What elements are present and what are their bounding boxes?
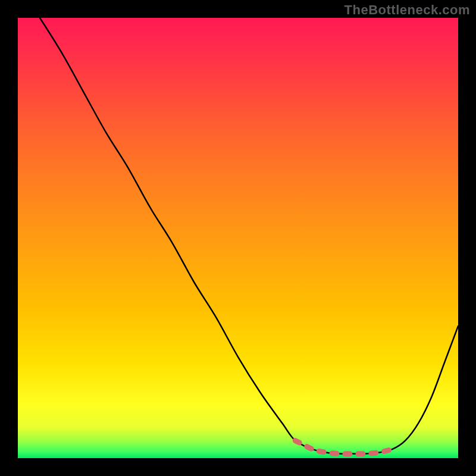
optimal-region-path (295, 440, 392, 453)
bottleneck-curve-path (40, 18, 458, 454)
curve-svg (18, 18, 458, 458)
watermark-text: TheBottleneck.com (345, 2, 470, 18)
chart-container: TheBottleneck.com (0, 0, 476, 476)
plot-area (18, 18, 458, 458)
